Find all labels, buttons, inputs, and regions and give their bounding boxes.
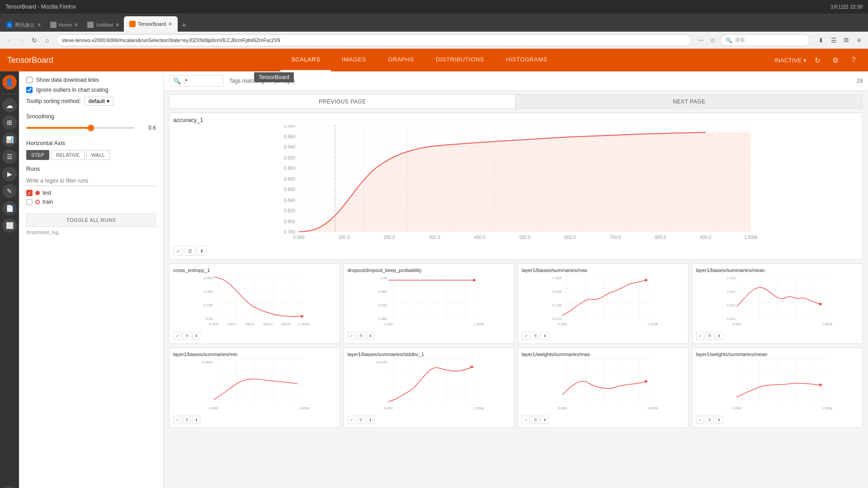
download-btn[interactable]: ⬇ <box>715 416 723 424</box>
nav-distributions[interactable]: DISTRIBUTIONS <box>425 49 495 71</box>
refresh-button[interactable]: ↻ <box>810 53 825 67</box>
list-btn[interactable]: ☰ <box>531 332 539 340</box>
list-btn[interactable]: ☰ <box>706 416 714 424</box>
back-button[interactable]: ‹ <box>4 35 14 46</box>
menu-button[interactable]: ≡ <box>854 35 864 46</box>
tooltip-select[interactable]: default ▾ <box>85 97 113 106</box>
left-icon-chart[interactable]: 📊 <box>2 132 17 147</box>
left-icon-list[interactable]: ☰ <box>2 150 17 164</box>
new-tab-button[interactable]: + <box>178 19 190 32</box>
nav-action-icons: ⋯ ☆ <box>695 35 718 46</box>
download-btn[interactable]: ⬇ <box>367 416 375 424</box>
left-icon-page[interactable]: 📄 <box>2 201 17 216</box>
bookmark-button[interactable]: ☆ <box>707 35 718 46</box>
nav-histograms[interactable]: HISTOGRAMS <box>495 49 558 71</box>
axis-wall-button[interactable]: WALL <box>86 150 110 160</box>
chart-controls-biases-stddev: ⤢ ☰ ⬇ <box>348 416 510 424</box>
tab-close[interactable]: ✕ <box>37 22 41 28</box>
show-download-checkbox-row[interactable]: Show data download links <box>26 77 156 83</box>
expand-btn[interactable]: ⤢ <box>696 332 704 340</box>
system-time: 3月12日 22:30 <box>830 4 863 10</box>
tab-close-active[interactable]: ✕ <box>168 21 172 27</box>
tag-search-input[interactable] <box>184 78 220 84</box>
left-icon-profile[interactable]: 👤 <box>2 75 17 89</box>
list-chart-button[interactable]: ☰ <box>185 246 195 256</box>
list-btn[interactable]: ☰ <box>183 332 191 340</box>
svg-text:1.000k: 1.000k <box>821 322 833 326</box>
expand-btn[interactable]: ⤢ <box>522 416 530 424</box>
svg-rect-73 <box>736 359 827 404</box>
download-btn[interactable]: ⬇ <box>192 332 200 340</box>
left-icon-trash[interactable]: 🗑 <box>2 486 17 488</box>
window-title: TensorBoard - Mozilla Firefox <box>5 4 76 10</box>
fullscreen-button[interactable]: ⧉ <box>841 35 852 46</box>
list-btn[interactable]: ☰ <box>357 416 365 424</box>
inactive-dropdown[interactable]: INACTIVE ▾ <box>774 57 807 64</box>
show-download-checkbox[interactable] <box>26 77 33 83</box>
left-icon-cloud[interactable]: ☁ <box>2 98 17 113</box>
svg-text:1.00: 1.00 <box>380 276 387 280</box>
tab-close[interactable]: ✕ <box>115 22 119 28</box>
svg-text:0.00: 0.00 <box>206 317 213 321</box>
svg-text:0.125: 0.125 <box>552 317 562 321</box>
prev-page-button[interactable]: PREVIOUS PAGE <box>169 94 516 109</box>
download-button[interactable]: ⬇ <box>816 35 826 46</box>
expand-btn[interactable]: ⤢ <box>522 332 530 340</box>
left-icon-window[interactable]: ⬜ <box>2 218 17 233</box>
expand-btn[interactable]: ⤢ <box>173 332 181 340</box>
toggle-all-runs-button[interactable]: TOGGLE ALL RUNS <box>26 213 156 227</box>
tab-tencent[interactable]: 云 腾讯微云 ✕ <box>2 18 46 32</box>
download-btn[interactable]: ⬇ <box>541 332 549 340</box>
smoothing-slider[interactable] <box>26 123 134 132</box>
small-charts-grid: cross_entropy_1 0.450 0.300 0.150 0.00 0… <box>164 263 868 433</box>
expand-btn[interactable]: ⤢ <box>348 332 356 340</box>
address-bar[interactable]: steve-lenovo-v2000:6006/#scalars&runSele… <box>56 34 692 46</box>
search-bar[interactable]: 🔍 搜索 <box>720 34 810 46</box>
nav-scalars[interactable]: SCALARS <box>280 49 331 71</box>
download-btn[interactable]: ⬇ <box>367 332 375 340</box>
left-icon-terminal[interactable]: ▶ <box>2 167 17 181</box>
charts-header: 🔍 TensorBoard Tags matching /.*/ (all ta… <box>164 71 868 91</box>
expand-chart-button[interactable]: ⤢ <box>173 246 183 256</box>
svg-text:400.0: 400.0 <box>245 322 255 326</box>
tab-home[interactable]: Home ✕ <box>46 18 83 32</box>
reload-button[interactable]: ↻ <box>29 35 40 46</box>
run-checkbox-train[interactable] <box>26 199 33 205</box>
runs-section: Runs ✓ test train TOGGLE ALL RUN <box>26 165 156 235</box>
nav-images[interactable]: IMAGES <box>331 49 377 71</box>
chart-biases-min: layer1/biases/summaries/min 0.0600 0.000… <box>169 347 340 428</box>
download-btn[interactable]: ⬇ <box>192 416 200 424</box>
tab-close[interactable]: ✕ <box>74 22 78 28</box>
tab-tensorboard[interactable]: TensorBoard ✕ <box>124 16 178 32</box>
bookmarks-button[interactable]: ☰ <box>828 35 839 46</box>
ignore-outliers-checkbox[interactable] <box>26 87 33 93</box>
ignore-outliers-checkbox-row[interactable]: Ignore outliers in chart scaling <box>26 87 156 93</box>
help-button[interactable]: ? <box>846 53 861 67</box>
left-icon-edit[interactable]: ✎ <box>2 184 17 198</box>
list-btn[interactable]: ☰ <box>706 332 714 340</box>
more-button[interactable]: ⋯ <box>695 35 706 46</box>
axis-step-button[interactable]: STEP <box>26 150 49 160</box>
download-btn[interactable]: ⬇ <box>715 332 723 340</box>
home-button[interactable]: ⌂ <box>42 35 52 46</box>
download-btn[interactable]: ⬇ <box>541 416 549 424</box>
expand-btn[interactable]: ⤢ <box>696 416 704 424</box>
download-chart-button[interactable]: ⬇ <box>197 246 207 256</box>
search-input-wrap[interactable]: 🔍 <box>169 75 224 87</box>
next-page-button[interactable]: NEXT PAGE <box>516 94 863 109</box>
left-icon-apps[interactable]: ⊞ <box>2 115 17 130</box>
nav-graphs[interactable]: GRAPHS <box>377 49 425 71</box>
expand-btn[interactable]: ⤢ <box>173 416 181 424</box>
forward-button[interactable]: › <box>16 35 27 46</box>
svg-text:800.0: 800.0 <box>282 322 291 326</box>
list-btn[interactable]: ☰ <box>357 332 365 340</box>
expand-btn[interactable]: ⤢ <box>348 416 356 424</box>
tensorboard-header: TensorBoard SCALARS IMAGES GRAPHS DISTRI… <box>0 49 868 71</box>
run-checkbox-test[interactable]: ✓ <box>26 190 33 196</box>
list-btn[interactable]: ☰ <box>183 416 191 424</box>
runs-filter-input[interactable] <box>26 176 156 186</box>
tab-untitled[interactable]: Untitled ✕ <box>83 18 123 32</box>
list-btn[interactable]: ☰ <box>531 416 539 424</box>
axis-relative-button[interactable]: RELATIVE <box>51 150 85 160</box>
settings-button[interactable]: ⚙ <box>828 53 843 67</box>
